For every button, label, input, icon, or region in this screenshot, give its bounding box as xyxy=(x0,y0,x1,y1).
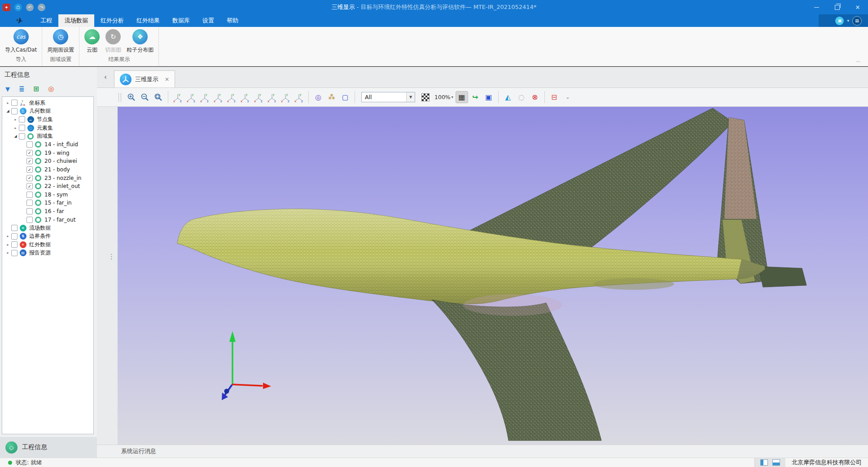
export-icon[interactable]: ↪ xyxy=(469,91,482,103)
new-document-icon[interactable]: 🗋 xyxy=(14,4,22,11)
tree-checkbox[interactable] xyxy=(19,133,25,140)
toolbar-grip[interactable] xyxy=(118,93,121,102)
tree-checkbox[interactable] xyxy=(26,192,33,198)
tree-checkbox[interactable] xyxy=(19,125,25,131)
tab-scroll-left-icon[interactable]: ‹ xyxy=(97,73,114,81)
tree-row[interactable]: ▸◌元素集 xyxy=(2,124,93,132)
tree-checkbox[interactable]: ✓ xyxy=(26,150,33,156)
tree-checkbox[interactable] xyxy=(11,108,18,114)
expander-open-icon[interactable]: ◢ xyxy=(12,134,19,138)
zoom-level-dropdown[interactable]: 100%▾ xyxy=(432,94,455,100)
menu-item[interactable]: 流场数据 xyxy=(58,14,94,27)
tree-checkbox[interactable]: ✓ xyxy=(26,175,33,181)
expander-closed-icon[interactable]: ▸ xyxy=(4,243,11,247)
tree-row[interactable]: ✓19 - wing xyxy=(2,149,93,157)
panel-splitter[interactable]: ⋮ xyxy=(97,107,118,445)
tree-row[interactable]: ▸✳红外数据 xyxy=(2,240,93,249)
ribbon-collapse-icon[interactable]: ︿ xyxy=(856,57,861,64)
tree-checkbox[interactable]: ✓ xyxy=(26,183,33,189)
tree-row[interactable]: 15 - far_in xyxy=(2,199,93,207)
project-panel-footer[interactable]: ◇ 工程信息 xyxy=(0,437,97,458)
tree-checkbox[interactable] xyxy=(11,100,18,106)
select-box-icon[interactable]: ▢ xyxy=(339,91,351,103)
tree-row[interactable]: 14 - int_fluid xyxy=(2,140,93,149)
expander-closed-icon[interactable]: ▸ xyxy=(12,118,19,122)
particle-distribution-button[interactable]: ❖粒子分布图 xyxy=(124,29,156,54)
quick-view-caret-icon[interactable]: ▾ xyxy=(847,18,849,23)
menu-item[interactable]: 数据库 xyxy=(166,14,196,27)
undo-icon[interactable]: ↶ xyxy=(26,4,34,11)
tree-row[interactable]: 17 - far_out xyxy=(2,215,93,224)
tree-row[interactable]: ✓22 - inlet_out xyxy=(2,182,93,191)
layout-vertical-icon[interactable] xyxy=(760,459,768,466)
tree-checkbox[interactable] xyxy=(11,233,18,240)
tab-3d-view[interactable]: 三维显示✕ xyxy=(114,70,175,87)
layout-horizontal-icon[interactable] xyxy=(772,459,780,466)
tree-checkbox[interactable] xyxy=(19,116,25,122)
expander-closed-icon[interactable]: ▸ xyxy=(4,234,11,238)
section-box-icon[interactable]: ⊟ xyxy=(548,91,561,103)
quick-view-icon[interactable]: ▣ xyxy=(835,17,844,25)
manual-book-icon[interactable]: ▤ xyxy=(852,16,862,26)
tree-row[interactable]: ✓21 - body xyxy=(2,166,93,174)
tree-row[interactable]: 16 - far xyxy=(2,207,93,216)
expander-closed-icon[interactable]: ▸ xyxy=(12,126,19,130)
tree-row[interactable]: ▸▤报告资源 xyxy=(2,249,93,258)
mirror-icon[interactable]: ◭ xyxy=(502,91,514,103)
close-button[interactable]: ✕ xyxy=(847,0,868,14)
tree-row[interactable]: ▸Yzx坐标系 xyxy=(2,99,93,107)
app-icon[interactable]: ✦ xyxy=(3,4,10,11)
tree-row[interactable]: ✓20 - chuiwei xyxy=(2,157,93,166)
redo-icon[interactable]: ↷ xyxy=(38,4,45,11)
view-front-icon[interactable]: yxz xyxy=(171,91,184,103)
viewport-3d[interactable] xyxy=(118,107,868,445)
view-left-icon[interactable]: yxz xyxy=(198,91,211,103)
view-right-icon[interactable]: yxz xyxy=(212,91,224,103)
tree-checkbox[interactable] xyxy=(11,225,18,231)
menu-item[interactable]: 工程 xyxy=(34,14,58,27)
restore-button[interactable] xyxy=(827,0,847,14)
menu-item[interactable]: 红外分析 xyxy=(94,14,130,27)
expander-closed-icon[interactable]: ▸ xyxy=(4,251,11,255)
contour-button[interactable]: ☁云图 xyxy=(82,29,102,54)
view-bottom-icon[interactable]: yxz xyxy=(239,91,251,103)
tree-checkbox[interactable] xyxy=(11,241,18,248)
camera-icon[interactable]: ◎ xyxy=(312,91,324,103)
filter-icon[interactable]: ▼ xyxy=(5,86,10,92)
tree-checkbox[interactable] xyxy=(11,250,18,256)
display-filter-select[interactable]: All▼ xyxy=(361,92,415,102)
view-rotate-z-icon[interactable]: yxz xyxy=(293,91,305,103)
toolbar-more-caret[interactable]: ⌄ xyxy=(561,91,574,103)
view-rotate-y-icon[interactable]: yxz xyxy=(279,91,292,103)
view-back-icon[interactable]: yxz xyxy=(185,91,197,103)
zoom-out-icon[interactable] xyxy=(139,91,151,103)
list-view-icon[interactable]: ≣ xyxy=(19,86,25,92)
view-top-icon[interactable]: yxz xyxy=(225,91,238,103)
tree-checkbox[interactable]: ✓ xyxy=(26,158,33,164)
tab-close-icon[interactable]: ✕ xyxy=(165,76,169,83)
zoom-fit-icon[interactable] xyxy=(152,91,165,103)
grid-view-icon[interactable]: ⊞ xyxy=(34,86,39,92)
particles-icon[interactable]: ⁂ xyxy=(325,91,338,103)
view-rotate-x-icon[interactable]: yxz xyxy=(266,91,278,103)
minimize-button[interactable] xyxy=(806,0,827,14)
tree-row[interactable]: ▸⇅边界条件 xyxy=(2,232,93,241)
expander-closed-icon[interactable]: ▸ xyxy=(4,101,11,105)
splitter-handle-icon[interactable]: ⋮ xyxy=(108,255,115,259)
tree-row[interactable]: 18 - sym xyxy=(2,191,93,199)
tree-row[interactable]: ◢△几何数据 xyxy=(2,107,93,116)
clear-icon[interactable]: ⊗ xyxy=(529,91,541,103)
tree-checkbox[interactable] xyxy=(26,141,33,148)
menu-item[interactable]: 红外结果 xyxy=(130,14,166,27)
snapshot-icon[interactable]: ▣ xyxy=(482,91,495,103)
tree-row[interactable]: ▸‥节点集 xyxy=(2,115,93,124)
tree-checkbox[interactable] xyxy=(26,217,33,223)
menu-item[interactable]: 帮助 xyxy=(220,14,245,27)
target-icon[interactable]: ◎ xyxy=(48,86,54,92)
tree-row[interactable]: ✓23 - nozzle_in xyxy=(2,174,93,182)
tree-row[interactable]: ◢面域集 xyxy=(2,132,93,140)
view-isometric-icon[interactable]: yxz xyxy=(252,91,265,103)
transparency-icon[interactable] xyxy=(419,91,432,103)
combo-arrow-icon[interactable]: ▼ xyxy=(406,92,415,102)
mesh-toggle-icon[interactable]: ▦ xyxy=(456,91,468,103)
